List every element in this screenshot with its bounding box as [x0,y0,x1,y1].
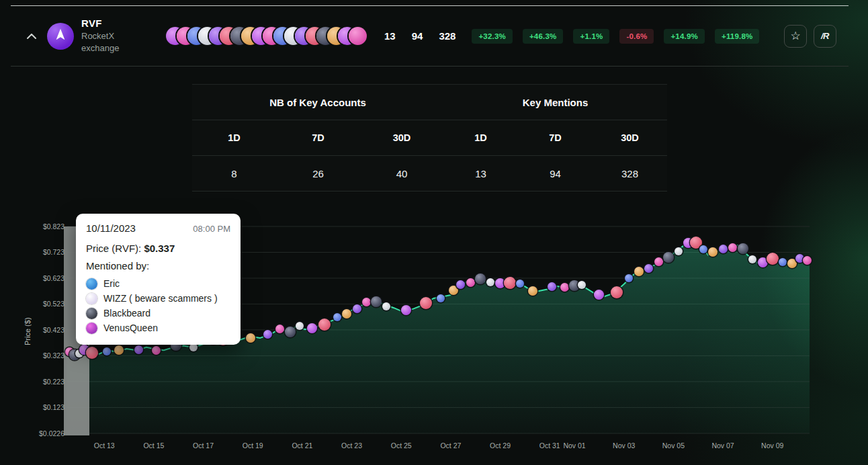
collapse-chevron-button[interactable] [24,28,39,44]
x-tick-label: Nov 07 [703,441,743,450]
x-tick-label: Oct 27 [431,441,471,450]
mention-marker[interactable] [114,345,124,355]
y-tick-label: $0.123 [12,403,64,411]
mention-marker[interactable] [246,333,255,343]
y-tick-label: $0.0226 [12,429,64,437]
mention-name: WIZZ ( beware scammers ) [103,293,218,304]
mention-marker[interactable] [353,304,361,313]
x-tick-label: Oct 23 [332,441,372,450]
app-root: RVF RocketX exchange 1394328 +32.3%+46.3… [0,0,868,465]
mention-count-stat: 94 [412,30,423,42]
mention-count-stat: 328 [439,30,455,42]
mention-marker[interactable] [504,277,516,289]
table-value: 8 [192,156,276,191]
mention-marker[interactable] [738,243,748,254]
mention-marker[interactable] [675,247,683,255]
tooltip-price: Price (RVF): $0.337 [86,243,230,254]
mention-marker[interactable] [466,278,475,287]
mention-marker[interactable] [263,330,272,339]
mention-row[interactable]: WIZZ ( beware scammers ) [86,291,230,306]
mention-marker[interactable] [275,325,284,333]
mention-marker[interactable] [516,280,524,288]
mention-marker[interactable] [767,253,779,265]
change-badge: +14.9% [664,29,705,44]
mention-row[interactable]: VenusQueen [86,321,230,335]
chart-tooltip: 10/11/2023 08:00 PM Price (RVF): $0.337 … [76,214,241,345]
tooltip-date: 10/11/2023 [86,222,136,234]
x-tick-label: Oct 19 [232,441,273,450]
token-name: RocketX exchange [81,30,143,54]
mention-marker[interactable] [86,347,98,359]
x-tick-label: Oct 25 [381,441,421,450]
column-header: 1D [443,120,518,155]
mention-marker[interactable] [528,286,537,296]
column-header: 1D [192,120,276,155]
mention-marker[interactable] [456,280,465,289]
mention-marker[interactable] [699,245,707,253]
mention-count-stat: 13 [384,30,396,42]
x-tick-label: Nov 09 [752,441,793,450]
mention-marker[interactable] [486,278,494,286]
token-identity: RVF RocketX exchange [81,17,143,54]
y-tick-label: $0.323 [12,351,64,360]
change-badge: +119.8% [715,29,760,44]
mention-marker[interactable] [333,313,341,321]
table-value: 40 [360,156,443,191]
mention-marker[interactable] [134,345,143,354]
x-tick-label: Oct 29 [480,441,521,450]
mention-marker[interactable] [296,322,304,330]
change-badge: +46.3% [523,29,564,44]
group-header-accounts: NB of Key Accounts [192,85,443,120]
brand-logo-icon: /R [821,31,829,41]
x-tick-label: Nov 03 [604,441,644,450]
summary-table: NB of Key Accounts Key Mentions 1D7D30D1… [192,84,667,192]
y-tick-label: $0.623 [12,274,64,282]
x-tick-label: Nov 05 [653,441,693,450]
table-values: 826401394328 [192,156,667,192]
mention-marker[interactable] [611,286,623,298]
change-badge: +32.3% [472,29,513,44]
header-badges: +32.3%+46.3%+1.1%-0.6%+14.9%+119.8% [472,29,759,44]
brand-button[interactable]: /R [814,25,836,48]
mention-marker[interactable] [307,323,317,333]
y-tick-label: $0.423 [12,326,64,334]
mention-avatar [86,308,97,319]
change-badge: -0.6% [619,29,654,44]
tooltip-price-label: Price (RVF): [86,243,141,254]
mention-marker[interactable] [779,258,787,266]
chevron-up-icon [27,31,36,41]
mention-marker[interactable] [708,247,718,257]
mention-marker[interactable] [342,309,351,319]
tooltip-mentions-list: EricWIZZ ( beware scammers )BlackbeardVe… [86,276,230,335]
mention-marker[interactable] [285,327,296,337]
x-tick-label: Oct 13 [84,441,124,450]
column-header: 30D [593,120,667,155]
mention-marker[interactable] [401,305,411,315]
table-group-headers: NB of Key Accounts Key Mentions [192,85,667,120]
group-header-mentions: Key Mentions [443,85,667,120]
tooltip-price-value: $0.337 [144,243,175,254]
mention-marker[interactable] [748,255,756,263]
x-tick-label: Oct 21 [282,441,322,450]
mention-marker[interactable] [654,257,663,266]
y-tick-label: $0.223 [12,378,64,386]
header-stats: 1394328 [384,30,455,42]
change-badge: +1.1% [573,29,609,44]
table-column-headers: 1D7D30D1D7D30D [192,120,667,156]
mention-avatar[interactable] [349,27,367,45]
mention-marker[interactable] [663,252,674,263]
mention-row[interactable]: Eric [86,276,230,291]
mention-avatar [86,293,97,304]
price-chart[interactable]: Price ($) 10/11/2023 08:00 PM Price (RVF… [0,214,868,465]
table-value: 94 [518,156,593,191]
tooltip-header: 10/11/2023 08:00 PM [86,222,230,234]
mention-marker[interactable] [625,274,633,282]
column-header: 7D [518,120,593,155]
star-icon: ☆ [790,30,800,42]
favorite-button[interactable]: ☆ [784,25,807,48]
mention-marker[interactable] [719,245,728,253]
mention-row[interactable]: Blackbeard [86,306,230,321]
mention-name: Blackbeard [103,308,150,319]
tooltip-mentioned-by-label: Mentioned by: [86,260,230,271]
mention-avatar-stack [166,27,367,45]
